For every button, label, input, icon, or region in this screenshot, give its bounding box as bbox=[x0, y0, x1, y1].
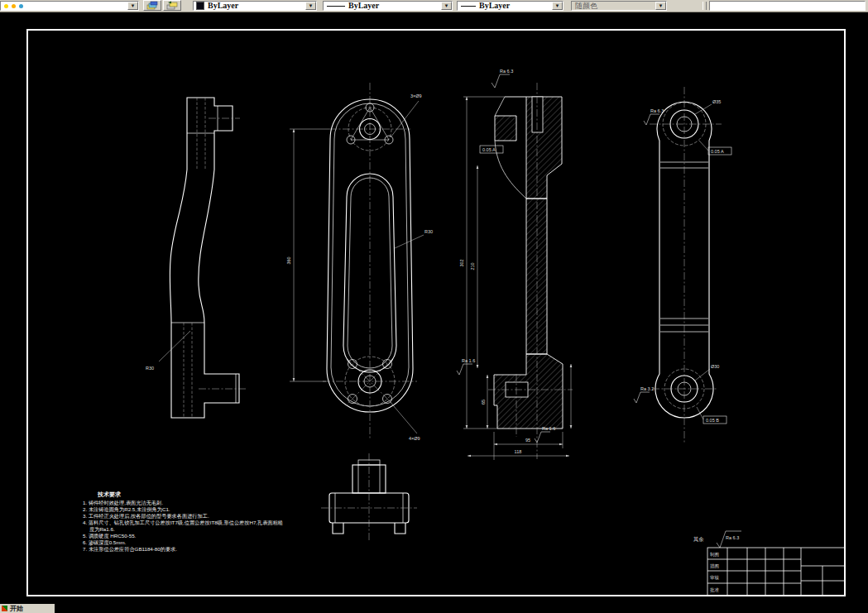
layer-sun-icon bbox=[12, 4, 16, 8]
drawing-canvas[interactable]: R30 360 3×Ø9 4×Ø9 bbox=[0, 0, 868, 613]
dim-label: R30 bbox=[424, 229, 433, 234]
svg-text:0.05 B: 0.05 B bbox=[706, 418, 719, 423]
svg-text:Ra 6.3: Ra 6.3 bbox=[650, 108, 664, 113]
layer-combo-arrow[interactable]: ▼ bbox=[127, 2, 138, 10]
title-block-label: 制图 bbox=[710, 552, 719, 558]
notes-title: 技术要求 bbox=[97, 491, 122, 498]
layers-icon bbox=[146, 1, 158, 10]
svg-text:Ra 6.3: Ra 6.3 bbox=[500, 69, 513, 74]
note-line: 5. 调质硬度 HRC50-55. bbox=[83, 533, 137, 539]
note-line: 7. 未注形位公差应符合GB1184-80的要求. bbox=[83, 546, 177, 553]
layer-bulb-icon bbox=[4, 4, 8, 8]
dim-label: 95 bbox=[525, 438, 530, 443]
lineweight-sample-icon bbox=[461, 6, 476, 7]
dim-label: 210 bbox=[470, 262, 475, 270]
autocad-window: { "toolbar": { "color_value": "ByLayer",… bbox=[0, 0, 868, 613]
title-block-label: 批准 bbox=[710, 587, 720, 593]
toolbar-grip[interactable] bbox=[703, 2, 707, 10]
plotstyle-combo-arrow: ▼ bbox=[655, 2, 666, 10]
layer-previous-icon bbox=[166, 1, 178, 10]
note-line: 6. 渗碳深度0.5mm. bbox=[83, 539, 127, 546]
current-color-swatch bbox=[196, 2, 204, 10]
taskbar-start-button[interactable]: 开始 bbox=[0, 604, 55, 613]
lineweight-combo-value: ByLayer bbox=[476, 2, 510, 10]
color-combo[interactable]: ByLayer ▼ bbox=[193, 1, 317, 11]
note-line: 4. 落料尺寸、钻孔铰孔加工尺寸公差按IT7级,位置公差按IT8级,形位公差按H… bbox=[83, 520, 283, 526]
dim-label: 4×Ø9 bbox=[409, 436, 420, 441]
dim-label: 118 bbox=[515, 449, 522, 454]
note-line: 3. 工件经正火处理后,按各部位的型号要求各面进行加工. bbox=[83, 513, 209, 520]
linetype-combo-arrow[interactable]: ▼ bbox=[441, 2, 452, 10]
linetype-combo[interactable]: ByLayer ▼ bbox=[323, 1, 453, 11]
note-line: 1. 铸件经时效处理,表面光洁无毛刺. bbox=[83, 500, 163, 506]
title-block-label: 审核 bbox=[710, 575, 720, 580]
dim-label: 360 bbox=[286, 256, 291, 264]
plotstyle-combo: 随颜色 ▼ bbox=[571, 1, 667, 11]
color-combo-arrow[interactable]: ▼ bbox=[305, 2, 316, 10]
svg-text:Ra 1.6: Ra 1.6 bbox=[462, 358, 475, 363]
layer-lock-icon bbox=[19, 4, 23, 8]
svg-text:Ra 3.2: Ra 3.2 bbox=[640, 386, 654, 391]
linetype-combo-value: ByLayer bbox=[345, 2, 379, 10]
linetype-sample-icon bbox=[327, 6, 345, 7]
start-button-label: 开始 bbox=[10, 604, 23, 613]
roughness-prefix: 其余 bbox=[693, 536, 704, 543]
toolbar-blank-field[interactable] bbox=[709, 1, 866, 11]
object-properties-toolbar: ▼ ByLayer ▼ ByLayer ▼ ByLayer ▼ 随颜色 ▼ bbox=[0, 0, 868, 12]
layer-previous-button[interactable] bbox=[163, 0, 181, 11]
roughness-value: Ra 6.3 bbox=[726, 535, 739, 540]
title-block-label: 描图 bbox=[710, 563, 719, 569]
note-line: 度为Ra1.6. bbox=[89, 526, 115, 533]
color-combo-value: ByLayer bbox=[204, 2, 238, 10]
dim-label: Ø30 bbox=[711, 364, 719, 369]
svg-text:Ra 1.6: Ra 1.6 bbox=[542, 426, 555, 431]
windows-start-icon bbox=[2, 606, 7, 611]
dim-label: 302 bbox=[459, 259, 464, 266]
dim-label: Ø35 bbox=[712, 99, 721, 104]
lineweight-combo-arrow[interactable]: ▼ bbox=[552, 2, 563, 10]
dim-label: 65 bbox=[481, 400, 486, 405]
svg-text:0.05 A: 0.05 A bbox=[482, 147, 496, 152]
make-object-layer-current-button[interactable] bbox=[143, 0, 161, 11]
svg-text:0.05 A: 0.05 A bbox=[711, 149, 724, 154]
plotstyle-combo-value: 随颜色 bbox=[572, 2, 597, 10]
note-line: 2. 未注铸造圆角为R2.5,未注倒角为C1. bbox=[83, 506, 170, 513]
layer-combo[interactable]: ▼ bbox=[0, 1, 139, 11]
lineweight-combo[interactable]: ByLayer ▼ bbox=[457, 1, 563, 11]
dim-label: R30 bbox=[146, 366, 154, 371]
dim-label: 3×Ø9 bbox=[410, 93, 422, 98]
